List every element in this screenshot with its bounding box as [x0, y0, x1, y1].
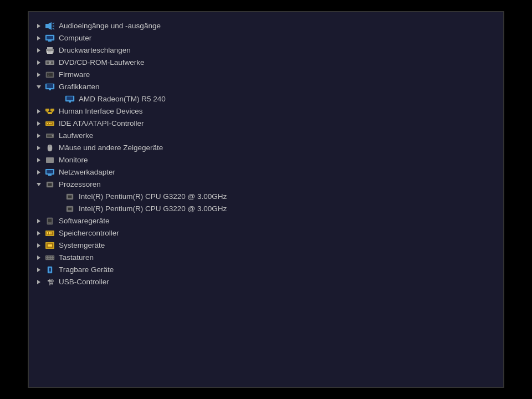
tree-item-tragbar[interactable]: Tragbare Geräte [29, 264, 503, 276]
expand-icon[interactable] [34, 34, 43, 43]
svg-line-3 [53, 23, 54, 24]
tree-item-maeuse[interactable]: Mäuse und andere Zeigegeräte [29, 142, 503, 154]
item-label: Druckwarteschlangen [59, 47, 131, 54]
svg-rect-72 [49, 223, 51, 223]
tree-item-speicher[interactable]: Speichercontroller [29, 227, 503, 239]
tree-item-firmware[interactable]: Firmware [29, 69, 503, 81]
svg-point-97 [49, 272, 50, 273]
expand-icon[interactable] [34, 217, 43, 226]
svg-marker-94 [37, 268, 40, 272]
hid-icon [44, 107, 55, 116]
item-label: Mäuse und andere Zeigegeräte [59, 144, 163, 152]
expand-icon[interactable] [34, 278, 43, 287]
svg-rect-24 [48, 74, 49, 74]
svg-marker-59 [37, 183, 41, 186]
svg-marker-98 [37, 280, 40, 284]
tree-item-cpu2[interactable]: Intel(R) Pentium(R) CPU G3220 @ 3.00GHz [29, 203, 503, 215]
item-label: Prozessoren [59, 181, 101, 188]
tree-item-proc[interactable]: Prozessoren [29, 178, 503, 191]
svg-rect-9 [48, 40, 52, 42]
tree-item-dvd[interactable]: DVD/CD-ROM-Laufwerke [29, 57, 503, 69]
tree-item-system[interactable]: Systemgeräte [29, 239, 503, 252]
expand-icon[interactable] [34, 107, 43, 116]
item-label: Grafikkarten [59, 83, 100, 91]
expand-icon[interactable] [34, 46, 43, 55]
expand-icon[interactable] [34, 70, 43, 79]
tree-item-usb[interactable]: USB-Controller [29, 276, 503, 288]
expand-icon[interactable] [34, 83, 43, 91]
svg-rect-87 [49, 256, 50, 257]
expand-icon[interactable] [34, 131, 43, 140]
svg-rect-92 [51, 258, 52, 259]
cpu-icon [44, 180, 55, 189]
device-manager-window: Audioeingänge und -ausgängeComputerDruck… [28, 11, 504, 388]
svg-rect-82 [48, 244, 52, 247]
monitor-icon [44, 83, 55, 91]
item-label: Tastaturen [59, 254, 94, 262]
svg-rect-78 [50, 232, 52, 234]
expand-icon[interactable] [34, 144, 43, 152]
item-label: DVD/CD-ROM-Laufwerke [59, 59, 145, 66]
tree-item-netz[interactable]: Netzwerkadapter [29, 166, 503, 178]
tree-item-soft[interactable]: Softwaregeräte [29, 215, 503, 227]
item-label: Intel(R) Pentium(R) CPU G3220 @ 3.00GHz [79, 193, 227, 201]
tree-item-computer[interactable]: Computer [29, 32, 503, 44]
svg-point-102 [52, 283, 53, 285]
svg-marker-26 [37, 85, 41, 89]
tree-item-audio[interactable]: Audioeingänge und -ausgänge [29, 20, 503, 32]
expand-icon[interactable] [34, 180, 43, 189]
svg-rect-25 [48, 75, 49, 75]
svg-rect-86 [48, 256, 49, 257]
svg-point-48 [52, 135, 54, 137]
expand-icon[interactable] [34, 241, 43, 250]
item-label: Systemgeräte [59, 242, 105, 249]
expand-icon[interactable] [34, 168, 43, 177]
tree-item-tasta[interactable]: Tastaturen [29, 252, 503, 264]
svg-rect-88 [51, 256, 52, 257]
svg-rect-28 [47, 84, 53, 88]
expand-icon[interactable] [34, 22, 43, 30]
svg-rect-90 [46, 258, 47, 259]
printer-icon [44, 46, 55, 55]
mouse-icon [44, 144, 55, 152]
svg-rect-15 [48, 53, 52, 53]
svg-rect-12 [47, 47, 53, 49]
spacer-icon [54, 204, 63, 213]
svg-marker-49 [37, 146, 40, 150]
drive-icon [44, 131, 55, 140]
item-label: Tragbare Geräte [59, 266, 114, 274]
item-label: Speichercontroller [59, 229, 119, 237]
svg-rect-91 [48, 258, 50, 259]
svg-marker-73 [37, 231, 40, 236]
expand-icon[interactable] [34, 119, 43, 128]
tree-item-amd[interactable]: AMD Radeon(TM) R5 240 [29, 93, 503, 105]
expand-icon[interactable] [34, 156, 43, 165]
tree-item-monitore[interactable]: Monitore [29, 154, 503, 166]
svg-rect-44 [50, 123, 52, 124]
expand-icon[interactable] [34, 253, 43, 262]
firmware-icon [44, 70, 55, 79]
svg-marker-16 [37, 60, 40, 65]
svg-rect-32 [69, 101, 71, 103]
svg-rect-77 [49, 232, 50, 234]
expand-icon[interactable] [34, 58, 43, 67]
dvd-icon [44, 58, 55, 67]
expand-icon[interactable] [34, 229, 43, 238]
svg-rect-1 [45, 24, 48, 28]
svg-rect-58 [49, 175, 51, 176]
system-icon [44, 241, 55, 250]
svg-rect-65 [68, 196, 71, 198]
tree-item-cpu1[interactable]: Intel(R) Pentium(R) CPU G3220 @ 3.00GHz [29, 191, 503, 203]
tree-item-ide[interactable]: IDE ATA/ATAPI-Controller [29, 117, 503, 130]
tree-item-hid[interactable]: Human Interface Devices [29, 105, 503, 117]
svg-rect-76 [47, 232, 48, 234]
svg-rect-100 [48, 280, 50, 282]
tree-item-laufwerke[interactable]: Laufwerke [29, 130, 503, 142]
expand-icon[interactable] [34, 265, 43, 274]
svg-rect-31 [66, 96, 73, 100]
svg-marker-33 [37, 109, 40, 114]
svg-rect-14 [48, 52, 52, 52]
item-label: Intel(R) Pentium(R) CPU G3220 @ 3.00GHz [79, 205, 227, 213]
tree-item-print[interactable]: Druckwarteschlangen [29, 44, 503, 57]
tree-item-grafik[interactable]: Grafikkarten [29, 81, 503, 93]
